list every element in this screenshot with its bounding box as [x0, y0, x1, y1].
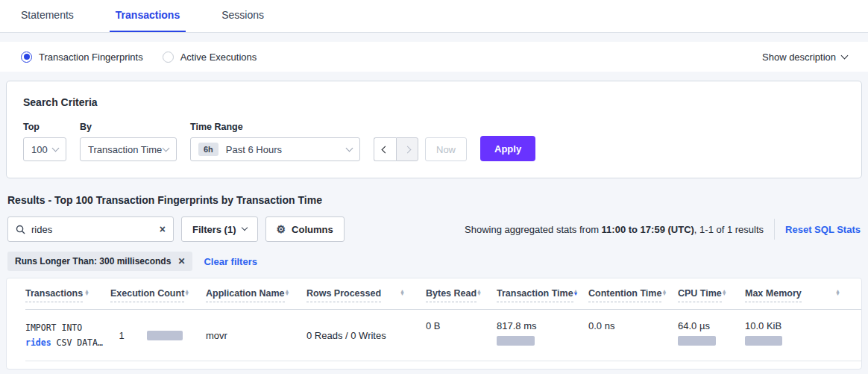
view-toggle-row: Transaction Fingerprints Active Executio… [0, 42, 868, 72]
transaction-fingerprint-cell: IMPORT INTO rides CSV DATA… [25, 310, 110, 361]
showing-stats-text: Showing aggregated stats from 11:00 to 1… [465, 224, 764, 235]
gear-icon: ⚙ [277, 224, 286, 234]
filter-pill: Runs Longer Than: 300 milliseconds ✕ [7, 252, 192, 271]
page-tabs: Statements Transactions Sessions [0, 0, 868, 33]
reset-sql-stats-link[interactable]: Reset SQL Stats [785, 224, 861, 235]
sort-icon: ▲▼ [184, 290, 189, 296]
columns-button-label: Columns [292, 224, 333, 235]
column-header-max-memory[interactable]: Max Memory ▲▼ [745, 278, 861, 309]
time-range-label: Time Range [190, 122, 360, 132]
chevron-down-icon [346, 144, 353, 152]
sort-icon: ▲▼ [722, 290, 727, 296]
radio-active-executions[interactable]: Active Executions [163, 52, 257, 63]
search-input[interactable] [31, 224, 160, 235]
search-icon [16, 225, 25, 234]
cpu-time-cell: 64.0 µs [678, 310, 745, 361]
table-header-row: Transactions ▲▼ Execution Count ▲▼ Appli… [25, 278, 861, 310]
execution-count-cell: 1 [110, 310, 206, 361]
sort-icon-active-desc: ▲▼ [573, 290, 579, 296]
results-title: Results - Top 100 Transaction Fingerprin… [7, 194, 861, 206]
search-criteria-card: Search Criteria Top 100 By Transaction T… [6, 81, 862, 178]
next-time-window-button[interactable] [396, 137, 418, 161]
time-range-value: Past 6 Hours [226, 144, 282, 155]
column-header-rows-processed[interactable]: Rows Processed ▲▼ [306, 278, 426, 309]
chevron-down-icon [841, 52, 849, 59]
column-header-application-name[interactable]: Application Name ▲▼ [206, 278, 306, 309]
bytes-read-cell: 0 B [426, 310, 497, 361]
chevron-right-icon [403, 146, 411, 153]
search-match-highlight: rides [25, 337, 51, 348]
tab-transactions[interactable]: Transactions [110, 0, 186, 32]
contention-time-cell: 0.0 ns [588, 310, 678, 361]
radio-label: Active Executions [180, 52, 257, 63]
chevron-down-icon [241, 225, 247, 231]
top-select[interactable]: 100 [23, 137, 66, 161]
column-header-cpu-time[interactable]: CPU Time ▲▼ [678, 278, 745, 309]
apply-button[interactable]: Apply [480, 136, 535, 161]
remove-filter-icon[interactable]: ✕ [177, 257, 185, 266]
execution-count-bar [147, 331, 183, 340]
chevron-down-icon [52, 144, 60, 152]
application-name-cell: movr [206, 310, 306, 361]
transactions-table: Transactions ▲▼ Execution Count ▲▼ Appli… [6, 278, 862, 370]
time-window-stepper [374, 137, 418, 161]
radio-transaction-fingerprints[interactable]: Transaction Fingerprints [21, 52, 143, 63]
max-memory-cell: 10.0 KiB [745, 310, 861, 361]
chevron-down-icon [163, 144, 170, 152]
cpu-time-bar [678, 336, 716, 346]
time-range-select[interactable]: 6h Past 6 Hours [190, 137, 360, 161]
by-label: By [80, 122, 177, 132]
now-button[interactable]: Now [425, 137, 467, 161]
transaction-time-bar [497, 336, 535, 346]
radio-selected-icon [21, 52, 32, 63]
time-range-badge: 6h [198, 143, 218, 156]
transaction-fingerprint-link[interactable]: IMPORT INTO rides CSV DATA… [25, 320, 95, 350]
max-memory-bar [745, 336, 782, 346]
column-header-bytes-read[interactable]: Bytes Read ▲▼ [426, 278, 497, 309]
top-label: Top [23, 122, 66, 132]
sort-icon: ▲▼ [477, 290, 482, 296]
tab-statements[interactable]: Statements [15, 0, 80, 32]
column-header-contention-time[interactable]: Contention Time ▲▼ [588, 278, 678, 309]
radio-unselected-icon [163, 52, 174, 63]
divider [774, 219, 775, 240]
sort-icon: ▲▼ [84, 290, 89, 296]
filters-button[interactable]: Filters (1) [181, 216, 258, 242]
column-header-transaction-time[interactable]: Transaction Time ▲▼ [497, 278, 588, 309]
show-description-toggle[interactable]: Show description [762, 52, 847, 63]
previous-time-window-button[interactable] [374, 137, 396, 161]
radio-label: Transaction Fingerprints [39, 52, 143, 63]
by-select[interactable]: Transaction Time [80, 137, 177, 161]
top-select-value: 100 [31, 144, 48, 155]
column-header-transactions[interactable]: Transactions ▲▼ [25, 278, 110, 309]
table-row: IMPORT INTO rides CSV DATA… 1 movr 0 Rea… [25, 310, 861, 361]
sort-icon: ▲▼ [400, 290, 405, 296]
by-select-value: Transaction Time [88, 144, 162, 155]
results-toolbar: × Filters (1) ⚙ Columns Showing aggregat… [7, 216, 861, 242]
transaction-time-cell: 817.8 ms [497, 310, 588, 361]
tab-sessions[interactable]: Sessions [216, 0, 270, 32]
filter-pill-label: Runs Longer Than: 300 milliseconds [15, 256, 171, 267]
sort-icon: ▲▼ [285, 290, 290, 296]
sort-icon: ▲▼ [835, 290, 840, 296]
rows-processed-cell: 0 Reads / 0 Writes [306, 310, 426, 361]
filters-button-label: Filters (1) [192, 224, 236, 235]
clear-search-icon[interactable]: × [160, 224, 166, 234]
active-filters-row: Runs Longer Than: 300 milliseconds ✕ Cle… [7, 252, 861, 271]
chevron-left-icon [382, 146, 389, 153]
search-box: × [7, 216, 174, 242]
search-criteria-title: Search Criteria [23, 96, 845, 108]
columns-button[interactable]: ⚙ Columns [265, 216, 345, 242]
show-description-label: Show description [762, 52, 836, 63]
column-header-execution-count[interactable]: Execution Count ▲▼ [110, 278, 206, 309]
sort-icon: ▲▼ [661, 290, 667, 296]
clear-filters-link[interactable]: Clear filters [204, 256, 257, 267]
